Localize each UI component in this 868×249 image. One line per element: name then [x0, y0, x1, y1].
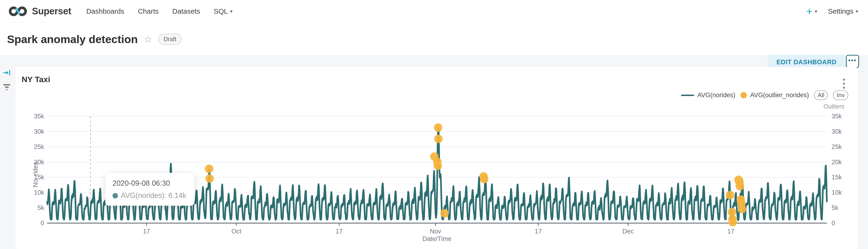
top-nav: Superset Dashboards Charts Datasets SQL▾…	[0, 0, 868, 23]
status-badge: Draft	[158, 34, 181, 45]
dashboard-header: Spark anomaly detection ☆ Draft EDIT DAS…	[0, 23, 868, 56]
legend-line-swatch	[681, 94, 694, 96]
add-new-button[interactable]: +▾	[806, 6, 817, 17]
superset-logo-icon	[7, 5, 29, 18]
chevron-down-icon: ▾	[230, 8, 232, 14]
chart-menu-kebab-icon[interactable]	[842, 78, 846, 90]
outliers-caption: Outliers	[824, 103, 844, 110]
settings-menu[interactable]: Settings▾	[828, 7, 858, 15]
outliers-inv-button[interactable]: Inv	[833, 90, 848, 100]
brand-text: Superset	[32, 6, 71, 17]
chevron-down-icon: ▾	[815, 9, 817, 13]
chart-canvas[interactable]	[47, 116, 827, 223]
chart-legend: AVG(norides) AVG(outlier_norides) All In…	[681, 90, 848, 100]
more-options-button[interactable]: •••	[846, 55, 859, 68]
chart-tooltip: 2020-09-08 06:30 AVG(norides): 6.14k	[105, 173, 194, 206]
legend-dot-swatch	[740, 92, 747, 99]
favorite-star-icon[interactable]: ☆	[144, 34, 152, 44]
nav-item-dashboards[interactable]: Dashboards	[86, 7, 124, 15]
nav-item-datasets[interactable]: Datasets	[172, 7, 200, 15]
brand[interactable]: Superset	[7, 5, 71, 18]
tooltip-value: AVG(norides): 6.14k	[121, 191, 186, 200]
legend-item-norides[interactable]: AVG(norides)	[681, 91, 736, 99]
nav-item-charts[interactable]: Charts	[138, 7, 159, 15]
nav-item-sql[interactable]: SQL▾	[214, 7, 232, 15]
superset-dashboard-page: Superset Dashboards Charts Datasets SQL▾…	[0, 0, 868, 249]
filter-icon[interactable]	[3, 83, 11, 91]
expand-filter-panel-icon[interactable]	[3, 69, 11, 77]
tooltip-date: 2020-09-08 06:30	[113, 179, 186, 188]
tooltip-series-dot	[113, 193, 118, 198]
outliers-all-button[interactable]: All	[814, 90, 828, 100]
chevron-down-icon: ▾	[856, 8, 858, 14]
page-title: Spark anomaly detection	[7, 33, 138, 46]
legend-item-outlier-norides[interactable]: AVG(outlier_norides)	[740, 91, 809, 99]
chart-title: NY Taxi	[22, 75, 50, 84]
